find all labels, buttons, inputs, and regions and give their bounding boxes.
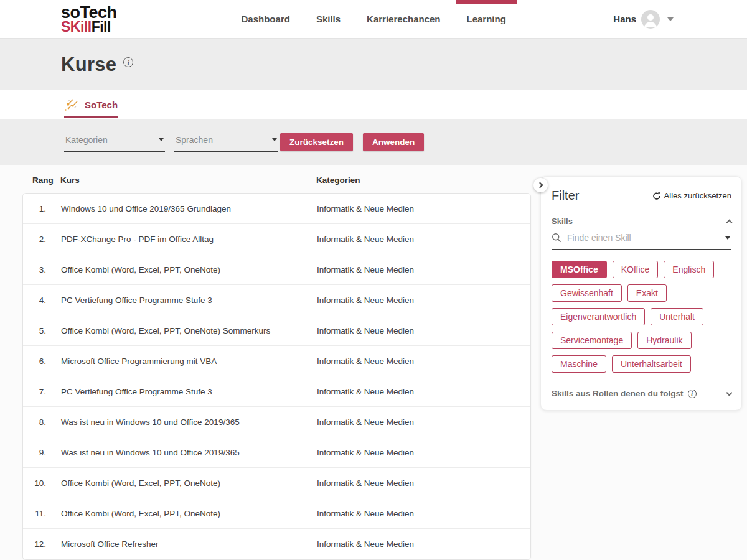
kurs-cell: Was ist neu in Windows 10 und Office 201… [61, 448, 317, 457]
table-row[interactable]: 8. Was ist neu in Windows 10 und Office … [23, 407, 530, 437]
table-row[interactable]: 7. PC Vertiefung Office Programme Stufe … [23, 376, 530, 407]
kategorien-select[interactable]: Kategorien [64, 133, 165, 152]
col-header-kategorien: Kategorien [316, 175, 531, 185]
table-row[interactable]: 2. PDF-XChange Pro - PDF im Office Allta… [23, 224, 530, 254]
refresh-icon [652, 192, 661, 200]
brand-logo[interactable]: soTech SKillFill [61, 4, 117, 34]
filter-panel: Filter Alles zurücksetzen Skills [540, 176, 742, 411]
table-row[interactable]: 10. Office Kombi (Word, Excel, PPT, OneN… [23, 468, 530, 498]
course-table-header: Rang Kurs Kategorien [22, 165, 531, 193]
kurs-cell: Office Kombi (Word, Excel, PPT, OneNote)… [61, 326, 317, 335]
followed-roles-label: Skills aus Rollen denen du folgst [552, 389, 684, 398]
skill-chip[interactable]: Gewissenhaft [552, 284, 622, 302]
filter-panel-header: Filter Alles zurücksetzen [552, 189, 731, 203]
kurs-cell: Office Kombi (Word, Excel, PPT, OneNote) [61, 265, 317, 274]
brand-logo-line2: SKillFill [61, 20, 117, 34]
rank-cell: 8. [23, 418, 61, 427]
user-avatar-icon [641, 10, 660, 29]
skill-chip[interactable]: MSOffice [552, 261, 607, 278]
skill-chip[interactable]: Maschine [552, 355, 606, 373]
rank-cell: 4. [23, 296, 61, 305]
skill-chip[interactable]: KOffice [613, 261, 659, 278]
nav-item-dashboard[interactable]: Dashboard [240, 0, 291, 39]
table-row[interactable]: 9. Was ist neu in Windows 10 und Office … [23, 437, 530, 468]
kategorie-cell: Informatik & Neue Medien [317, 509, 530, 518]
table-row[interactable]: 6. Microsoft Office Programmierung mit V… [23, 346, 530, 376]
table-row[interactable]: 11. Office Kombi (Word, Excel, PPT, OneN… [23, 498, 530, 529]
skill-chip[interactable]: Unterhalt [651, 308, 703, 325]
kurs-cell: Office Kombi (Word, Excel, PPT, OneNote) [61, 478, 317, 488]
skill-chip[interactable]: Servicemontage [552, 332, 632, 349]
kategorie-cell: Informatik & Neue Medien [317, 265, 530, 274]
filter-sidebar: Filter Alles zurücksetzen Skills [540, 176, 742, 560]
kategorie-cell: Informatik & Neue Medien [317, 357, 530, 366]
kategorie-cell: Informatik & Neue Medien [317, 326, 530, 335]
reset-all-button[interactable]: Alles zurücksetzen [652, 191, 731, 200]
table-row[interactable]: 4. PC Vertiefung Office Programme Stufe … [23, 285, 530, 315]
kategorie-cell: Informatik & Neue Medien [317, 478, 530, 488]
table-row[interactable]: 3. Office Kombi (Word, Excel, PPT, OneNo… [23, 254, 530, 285]
tab-bar: SoTech [0, 90, 747, 119]
skills-section-header[interactable]: Skills [552, 217, 731, 226]
info-icon: i [688, 390, 697, 398]
nav-item-karrierechancen[interactable]: Karrierechancen [365, 0, 441, 39]
skill-chip[interactable]: Englisch [664, 261, 714, 278]
page-title-band: Kurse i [0, 39, 747, 90]
kurs-cell: Office Kombi (Word, Excel, PPT, OneNote) [61, 509, 317, 518]
chevron-down-icon [272, 138, 277, 141]
table-row[interactable]: 1. Windows 10 und Office 2019/365 Grundl… [23, 194, 530, 224]
content-area: Rang Kurs Kategorien 1. Windows 10 und O… [0, 165, 747, 560]
chevron-down-icon [726, 390, 733, 396]
kurs-cell: Was ist neu in Windows 10 und Office 201… [61, 418, 317, 427]
followed-roles-section[interactable]: Skills aus Rollen denen du folgst i [552, 383, 731, 406]
skill-search-input[interactable] [567, 233, 720, 243]
nav-item-skills[interactable]: Skills [315, 0, 342, 39]
sidebar-collapse-button[interactable] [533, 178, 548, 192]
chevron-up-icon [726, 220, 733, 226]
rank-cell: 10. [23, 478, 61, 488]
col-header-kurs: Kurs [60, 175, 316, 185]
info-icon[interactable]: i [123, 57, 133, 67]
reset-all-label: Alles zurücksetzen [664, 191, 731, 200]
user-menu[interactable]: Hans [613, 10, 674, 29]
skill-chip[interactable]: Unterhaltsarbeit [612, 355, 691, 373]
skill-chip-list: MSOffice KOffice Englisch Gewissenhaft E… [552, 261, 731, 373]
col-header-rang: Rang [22, 175, 60, 185]
user-name: Hans [613, 14, 636, 24]
skill-chip[interactable]: Hydraulik [637, 332, 691, 349]
apply-button[interactable]: Anwenden [363, 133, 424, 151]
nav-item-learning[interactable]: Learning [466, 0, 507, 39]
kategorie-cell: Informatik & Neue Medien [317, 539, 530, 549]
skills-section-label: Skills [552, 217, 573, 226]
sprachen-select-label: Sprachen [176, 135, 213, 145]
rank-cell: 11. [23, 509, 61, 518]
course-table-body: 1. Windows 10 und Office 2019/365 Grundl… [22, 193, 531, 560]
tab-sotech[interactable]: SoTech [64, 98, 118, 118]
rank-cell: 12. [23, 539, 61, 549]
rank-cell: 5. [23, 326, 61, 335]
kategorie-cell: Informatik & Neue Medien [317, 204, 530, 213]
kategorie-cell: Informatik & Neue Medien [317, 418, 530, 427]
sprachen-select[interactable]: Sprachen [174, 133, 278, 152]
kategorie-cell: Informatik & Neue Medien [317, 448, 530, 457]
skill-chip[interactable]: Eigenverantwortlich [552, 308, 645, 325]
app-header: soTech SKillFill Dashboard Skills Karrie… [0, 0, 747, 39]
chevron-down-icon [725, 236, 730, 240]
rank-cell: 1. [23, 204, 61, 213]
kurs-cell: Microsoft Office Refresher [61, 539, 317, 549]
rank-cell: 3. [23, 265, 61, 274]
kategorie-cell: Informatik & Neue Medien [317, 235, 530, 244]
filter-title: Filter [552, 189, 579, 203]
page-title: Kurse [61, 54, 116, 76]
skill-chip[interactable]: Exakt [627, 284, 667, 302]
reset-button[interactable]: Zurücksetzen [280, 133, 353, 151]
rank-cell: 9. [23, 448, 61, 457]
table-row[interactable]: 5. Office Kombi (Word, Excel, PPT, OneNo… [23, 315, 530, 346]
kategorie-cell: Informatik & Neue Medien [317, 296, 530, 305]
tab-sotech-label: SoTech [85, 100, 118, 110]
course-table: Rang Kurs Kategorien 1. Windows 10 und O… [22, 165, 531, 560]
rank-cell: 7. [23, 387, 61, 396]
kurs-cell: PDF-XChange Pro - PDF im Office Alltag [61, 235, 317, 244]
table-row[interactable]: 12. Microsoft Office Refresher Informati… [23, 529, 530, 559]
kurs-cell: PC Vertiefung Office Programme Stufe 3 [61, 296, 317, 305]
